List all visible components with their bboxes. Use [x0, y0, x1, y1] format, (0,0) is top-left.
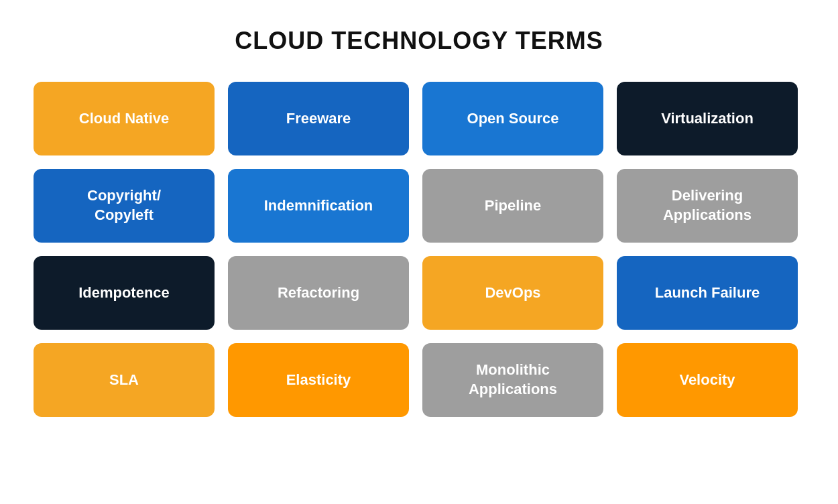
card-velocity[interactable]: Velocity [617, 343, 798, 417]
card-open-source[interactable]: Open Source [422, 82, 603, 155]
cards-grid: Cloud Native Freeware Open Source Virtua… [34, 82, 804, 504]
card-indemnification[interactable]: Indemnification [228, 169, 409, 243]
card-monolithic-applications[interactable]: MonolithicApplications [422, 343, 603, 417]
card-sla[interactable]: SLA [34, 343, 215, 417]
card-pipeline[interactable]: Pipeline [422, 169, 603, 243]
card-elasticity[interactable]: Elasticity [228, 343, 409, 417]
page-title: CLOUD TECHNOLOGY TERMS [235, 27, 603, 55]
card-virtualization[interactable]: Virtualization [617, 82, 798, 155]
card-idempotence[interactable]: Idempotence [34, 256, 215, 330]
card-freeware[interactable]: Freeware [228, 82, 409, 155]
card-devops[interactable]: DevOps [422, 256, 603, 330]
card-launch-failure[interactable]: Launch Failure [617, 256, 798, 330]
card-copyright-copyleft[interactable]: Copyright/Copyleft [34, 169, 215, 243]
card-cloud-native[interactable]: Cloud Native [34, 82, 215, 155]
card-delivering-applications[interactable]: DeliveringApplications [617, 169, 798, 243]
card-refactoring[interactable]: Refactoring [228, 256, 409, 330]
